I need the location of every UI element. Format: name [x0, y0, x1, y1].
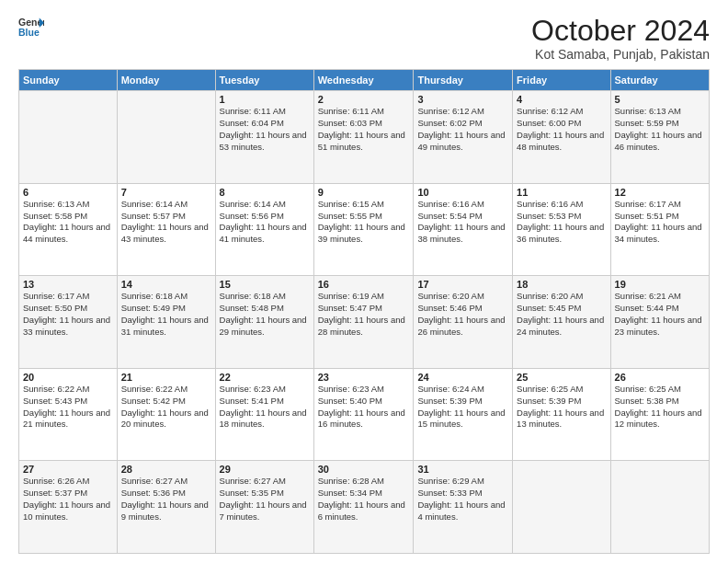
day-number: 3 — [417, 94, 508, 105]
day-info: Sunrise: 6:17 AMSunset: 5:50 PMDaylight:… — [23, 291, 113, 338]
day-info: Sunrise: 6:19 AMSunset: 5:47 PMDaylight:… — [318, 291, 410, 338]
table-row: 26Sunrise: 6:25 AMSunset: 5:38 PMDayligh… — [610, 368, 709, 461]
day-number: 24 — [417, 372, 508, 383]
day-info: Sunrise: 6:13 AMSunset: 5:58 PMDaylight:… — [23, 199, 113, 246]
day-number: 28 — [121, 464, 211, 475]
day-number: 2 — [318, 94, 410, 105]
day-number: 1 — [220, 94, 310, 105]
table-row: 31Sunrise: 6:29 AMSunset: 5:33 PMDayligh… — [414, 461, 513, 554]
table-row: 20Sunrise: 6:22 AMSunset: 5:43 PMDayligh… — [19, 368, 118, 461]
table-row: 12Sunrise: 6:17 AMSunset: 5:51 PMDayligh… — [610, 183, 709, 276]
calendar-week-row: 13Sunrise: 6:17 AMSunset: 5:50 PMDayligh… — [19, 276, 710, 369]
day-info: Sunrise: 6:16 AMSunset: 5:54 PMDaylight:… — [417, 199, 508, 246]
table-row: 15Sunrise: 6:18 AMSunset: 5:48 PMDayligh… — [215, 276, 313, 369]
col-tuesday: Tuesday — [215, 70, 313, 91]
day-number: 12 — [615, 187, 705, 198]
day-info: Sunrise: 6:26 AMSunset: 5:37 PMDaylight:… — [23, 476, 113, 523]
day-number: 14 — [121, 279, 211, 290]
logo: General Blue — [18, 15, 44, 40]
table-row: 19Sunrise: 6:21 AMSunset: 5:44 PMDayligh… — [610, 276, 709, 369]
table-row: 7Sunrise: 6:14 AMSunset: 5:57 PMDaylight… — [117, 183, 215, 276]
table-row: 16Sunrise: 6:19 AMSunset: 5:47 PMDayligh… — [313, 276, 414, 369]
day-info: Sunrise: 6:18 AMSunset: 5:49 PMDaylight:… — [121, 291, 211, 338]
day-number: 4 — [517, 94, 606, 105]
day-info: Sunrise: 6:23 AMSunset: 5:41 PMDaylight:… — [220, 384, 310, 431]
table-row — [513, 461, 610, 554]
day-number: 13 — [23, 279, 113, 290]
day-info: Sunrise: 6:25 AMSunset: 5:38 PMDaylight:… — [615, 384, 705, 431]
day-info: Sunrise: 6:23 AMSunset: 5:40 PMDaylight:… — [318, 384, 410, 431]
col-friday: Friday — [513, 70, 610, 91]
day-info: Sunrise: 6:14 AMSunset: 5:57 PMDaylight:… — [121, 199, 211, 246]
main-title: October 2024 — [531, 15, 710, 47]
table-row: 8Sunrise: 6:14 AMSunset: 5:56 PMDaylight… — [215, 183, 313, 276]
day-info: Sunrise: 6:14 AMSunset: 5:56 PMDaylight:… — [220, 199, 310, 246]
day-info: Sunrise: 6:22 AMSunset: 5:43 PMDaylight:… — [23, 384, 113, 431]
day-number: 22 — [220, 372, 310, 383]
day-info: Sunrise: 6:11 AMSunset: 6:04 PMDaylight:… — [220, 106, 310, 153]
calendar-header-row: Sunday Monday Tuesday Wednesday Thursday… — [19, 70, 710, 91]
day-number: 17 — [417, 279, 508, 290]
day-number: 21 — [121, 372, 211, 383]
table-row: 5Sunrise: 6:13 AMSunset: 5:59 PMDaylight… — [610, 91, 709, 184]
table-row: 3Sunrise: 6:12 AMSunset: 6:02 PMDaylight… — [414, 91, 513, 184]
day-info: Sunrise: 6:21 AMSunset: 5:44 PMDaylight:… — [615, 291, 705, 338]
day-number: 27 — [23, 464, 113, 475]
table-row: 28Sunrise: 6:27 AMSunset: 5:36 PMDayligh… — [117, 461, 215, 554]
table-row: 4Sunrise: 6:12 AMSunset: 6:00 PMDaylight… — [513, 91, 610, 184]
calendar-week-row: 20Sunrise: 6:22 AMSunset: 5:43 PMDayligh… — [19, 368, 710, 461]
svg-text:Blue: Blue — [18, 27, 40, 38]
day-number: 25 — [517, 372, 606, 383]
day-info: Sunrise: 6:27 AMSunset: 5:35 PMDaylight:… — [220, 476, 310, 523]
col-sunday: Sunday — [19, 70, 118, 91]
day-info: Sunrise: 6:18 AMSunset: 5:48 PMDaylight:… — [220, 291, 310, 338]
day-number: 9 — [318, 187, 410, 198]
day-info: Sunrise: 6:11 AMSunset: 6:03 PMDaylight:… — [318, 106, 410, 153]
table-row: 10Sunrise: 6:16 AMSunset: 5:54 PMDayligh… — [414, 183, 513, 276]
table-row: 22Sunrise: 6:23 AMSunset: 5:41 PMDayligh… — [215, 368, 313, 461]
table-row — [117, 91, 215, 184]
day-info: Sunrise: 6:13 AMSunset: 5:59 PMDaylight:… — [615, 106, 705, 153]
calendar-week-row: 27Sunrise: 6:26 AMSunset: 5:37 PMDayligh… — [19, 461, 710, 554]
col-thursday: Thursday — [414, 70, 513, 91]
col-saturday: Saturday — [610, 70, 709, 91]
day-info: Sunrise: 6:27 AMSunset: 5:36 PMDaylight:… — [121, 476, 211, 523]
table-row: 6Sunrise: 6:13 AMSunset: 5:58 PMDaylight… — [19, 183, 118, 276]
day-number: 15 — [220, 279, 310, 290]
table-row: 21Sunrise: 6:22 AMSunset: 5:42 PMDayligh… — [117, 368, 215, 461]
calendar-week-row: 1Sunrise: 6:11 AMSunset: 6:04 PMDaylight… — [19, 91, 710, 184]
title-block: October 2024 Kot Samaba, Punjab, Pakista… — [531, 15, 710, 62]
table-row: 24Sunrise: 6:24 AMSunset: 5:39 PMDayligh… — [414, 368, 513, 461]
day-info: Sunrise: 6:25 AMSunset: 5:39 PMDaylight:… — [517, 384, 606, 431]
calendar-week-row: 6Sunrise: 6:13 AMSunset: 5:58 PMDaylight… — [19, 183, 710, 276]
day-info: Sunrise: 6:12 AMSunset: 6:00 PMDaylight:… — [517, 106, 606, 153]
table-row: 14Sunrise: 6:18 AMSunset: 5:49 PMDayligh… — [117, 276, 215, 369]
table-row — [19, 91, 118, 184]
day-info: Sunrise: 6:15 AMSunset: 5:55 PMDaylight:… — [318, 199, 410, 246]
table-row: 17Sunrise: 6:20 AMSunset: 5:46 PMDayligh… — [414, 276, 513, 369]
day-info: Sunrise: 6:22 AMSunset: 5:42 PMDaylight:… — [121, 384, 211, 431]
day-number: 7 — [121, 187, 211, 198]
table-row: 18Sunrise: 6:20 AMSunset: 5:45 PMDayligh… — [513, 276, 610, 369]
day-number: 29 — [220, 464, 310, 475]
subtitle: Kot Samaba, Punjab, Pakistan — [531, 47, 710, 62]
day-number: 30 — [318, 464, 410, 475]
day-number: 10 — [417, 187, 508, 198]
day-number: 5 — [615, 94, 705, 105]
day-number: 20 — [23, 372, 113, 383]
table-row: 9Sunrise: 6:15 AMSunset: 5:55 PMDaylight… — [313, 183, 414, 276]
day-number: 18 — [517, 279, 606, 290]
table-row: 11Sunrise: 6:16 AMSunset: 5:53 PMDayligh… — [513, 183, 610, 276]
calendar: Sunday Monday Tuesday Wednesday Thursday… — [18, 69, 710, 554]
col-wednesday: Wednesday — [313, 70, 414, 91]
day-info: Sunrise: 6:20 AMSunset: 5:45 PMDaylight:… — [517, 291, 606, 338]
day-number: 11 — [517, 187, 606, 198]
table-row: 13Sunrise: 6:17 AMSunset: 5:50 PMDayligh… — [19, 276, 118, 369]
day-number: 8 — [220, 187, 310, 198]
table-row: 30Sunrise: 6:28 AMSunset: 5:34 PMDayligh… — [313, 461, 414, 554]
day-info: Sunrise: 6:20 AMSunset: 5:46 PMDaylight:… — [417, 291, 508, 338]
day-number: 23 — [318, 372, 410, 383]
day-info: Sunrise: 6:24 AMSunset: 5:39 PMDaylight:… — [417, 384, 508, 431]
table-row — [610, 461, 709, 554]
header: General Blue October 2024 Kot Samaba, Pu… — [18, 15, 710, 62]
